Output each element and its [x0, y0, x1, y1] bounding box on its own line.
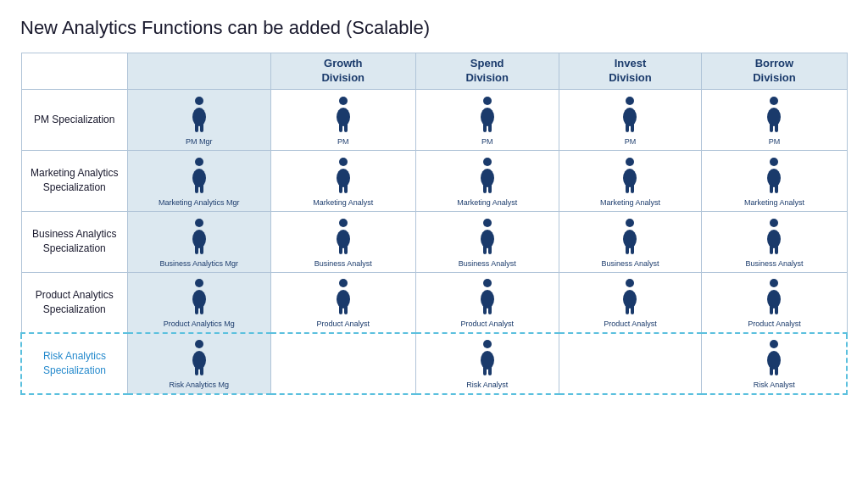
svg-rect-78	[770, 305, 773, 314]
cell-pm-spend: PM	[415, 89, 559, 150]
svg-rect-51	[488, 245, 492, 254]
person-icon-product-growth	[331, 277, 355, 320]
cell-product-invest: Product Analyst	[559, 272, 702, 333]
person-icon-pm-borrow	[762, 95, 786, 137]
person-figure-product-spend: Product Analyst	[419, 276, 556, 330]
person-label-product-spend: Product Analyst	[460, 320, 514, 329]
person-label-risk-borrow: Risk Analyst	[754, 381, 795, 390]
svg-rect-30	[483, 184, 487, 193]
svg-rect-10	[483, 123, 487, 132]
svg-point-32	[626, 158, 634, 166]
svg-point-37	[767, 169, 781, 187]
row-product: Product Analytics Specialization Product…	[21, 272, 847, 333]
svg-rect-11	[488, 123, 492, 132]
svg-point-12	[626, 97, 634, 105]
svg-rect-26	[339, 184, 342, 193]
person-figure-pm-growth: PM	[274, 93, 413, 147]
cell-risk-growth	[270, 333, 415, 394]
svg-rect-42	[195, 245, 198, 254]
cell-risk-spend: Risk Analyst	[415, 333, 559, 394]
svg-point-28	[483, 158, 492, 166]
person-figure-business-invest: Business Analyst	[562, 215, 699, 269]
svg-point-85	[481, 351, 494, 370]
svg-rect-66	[339, 305, 342, 314]
person-label-product-leaders: Product Analytics Mg	[164, 320, 235, 329]
person-figure-pm-spend: PM	[419, 93, 556, 147]
person-label-product-growth: Product Analyst	[316, 320, 370, 329]
svg-rect-74	[626, 305, 629, 314]
svg-rect-15	[631, 123, 634, 132]
cell-marketing-invest: Marketing Analyst	[559, 150, 702, 211]
svg-rect-38	[770, 184, 773, 193]
svg-point-40	[195, 219, 203, 227]
cell-business-invest: Business Analyst	[559, 211, 702, 272]
cell-product-spend: Product Analyst	[415, 272, 559, 333]
svg-point-1	[192, 108, 206, 126]
person-icon-business-leaders	[187, 217, 211, 259]
cell-business-leaders: Business Analytics Mgr	[127, 211, 270, 272]
cell-marketing-growth: Marketing Analyst	[270, 150, 415, 211]
person-figure-product-growth: Product Analyst	[274, 276, 413, 330]
svg-rect-62	[195, 305, 198, 314]
cell-product-borrow: Product Analyst	[702, 272, 847, 333]
person-figure-business-leaders: Business Analytics Mgr	[131, 215, 268, 269]
person-icon-product-borrow	[762, 277, 786, 320]
person-figure-product-invest: Product Analyst	[562, 276, 699, 330]
person-label-marketing-invest: Marketing Analyst	[600, 198, 660, 208]
person-label-marketing-growth: Marketing Analyst	[313, 198, 373, 208]
cell-business-growth: Business Analyst	[270, 211, 415, 272]
svg-point-25	[337, 169, 350, 187]
person-figure-marketing-growth: Marketing Analyst	[274, 154, 413, 208]
svg-rect-3	[200, 123, 203, 132]
svg-point-80	[195, 340, 203, 348]
svg-rect-35	[631, 184, 634, 193]
row-label-product: Product Analytics Specialization	[21, 272, 127, 333]
svg-point-16	[770, 97, 778, 105]
person-label-marketing-leaders: Marketing Analytics Mgr	[159, 198, 240, 208]
person-icon-risk-borrow	[762, 338, 786, 381]
svg-rect-6	[339, 123, 342, 132]
page-title: New Analytics Functions can be added (Sc…	[20, 17, 848, 39]
person-figure-risk-spend: Risk Analyst	[419, 337, 556, 390]
person-label-risk-leaders: Risk Analytics Mg	[170, 381, 230, 390]
svg-rect-82	[195, 366, 198, 375]
person-label-pm-spend: PM	[481, 137, 493, 147]
person-icon-risk-leaders	[187, 338, 211, 381]
svg-point-13	[623, 108, 637, 126]
person-label-marketing-spend: Marketing Analyst	[457, 198, 517, 208]
svg-point-0	[195, 97, 203, 105]
person-label-pm-growth: PM	[337, 137, 349, 147]
svg-rect-19	[775, 123, 778, 132]
svg-point-48	[483, 219, 492, 227]
svg-rect-55	[631, 245, 634, 254]
svg-rect-91	[775, 366, 778, 375]
person-figure-pm-invest: PM	[562, 93, 699, 147]
person-label-pm-invest: PM	[625, 137, 637, 147]
svg-rect-54	[626, 245, 629, 254]
person-label-business-spend: Business Analyst	[459, 259, 516, 269]
svg-rect-70	[483, 305, 487, 314]
person-label-pm-leaders: PM Mgr	[186, 137, 213, 147]
cell-product-growth: Product Analyst	[270, 272, 415, 333]
svg-point-41	[192, 230, 206, 248]
svg-point-53	[623, 230, 637, 248]
person-label-business-growth: Business Analyst	[314, 259, 372, 269]
person-figure-marketing-invest: Marketing Analyst	[562, 154, 699, 208]
header-leaders	[127, 53, 270, 90]
svg-point-56	[770, 219, 778, 227]
person-figure-marketing-leaders: Marketing Analytics Mgr	[131, 154, 268, 208]
svg-point-69	[481, 290, 494, 308]
svg-point-76	[770, 279, 778, 287]
person-figure-pm-leaders: PM Mgr	[131, 93, 268, 147]
svg-rect-90	[770, 366, 773, 375]
svg-point-4	[339, 97, 348, 105]
cell-product-leaders: Product Analytics Mg	[127, 272, 270, 333]
svg-rect-59	[775, 245, 778, 254]
person-figure-business-spend: Business Analyst	[419, 215, 556, 269]
person-figure-marketing-borrow: Marketing Analyst	[704, 154, 843, 208]
svg-point-73	[623, 290, 637, 308]
svg-rect-83	[200, 366, 203, 375]
svg-point-81	[192, 351, 206, 370]
svg-point-5	[337, 108, 350, 126]
row-risk: Risk Analytics Specialization Risk Analy…	[21, 333, 847, 394]
